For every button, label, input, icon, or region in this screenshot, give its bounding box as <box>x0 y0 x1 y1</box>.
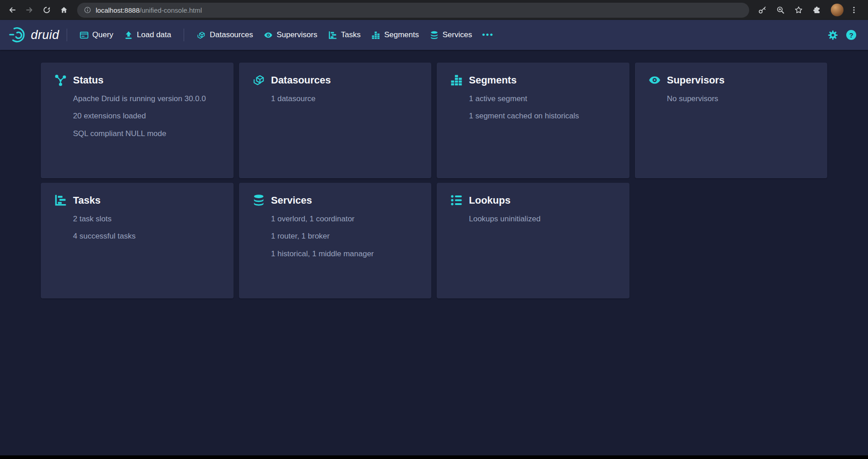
nav-item-label: Segments <box>384 30 419 39</box>
more-dots-icon: ••• <box>482 30 494 39</box>
nav-item-datasources[interactable]: Datasources <box>191 26 258 44</box>
card-line: 1 historical, 1 middle manager <box>271 249 418 259</box>
card-header: Status <box>54 74 220 86</box>
card-line: Apache Druid is running version 30.0.0 <box>73 94 220 103</box>
card-line: SQL compliant NULL mode <box>73 129 220 138</box>
card-title: Segments <box>469 74 517 86</box>
url-host: localhost:8888 <box>96 6 140 14</box>
stacked-bars-icon <box>371 31 380 39</box>
database-icon <box>430 31 439 39</box>
reload-icon <box>43 6 51 14</box>
datasources-card[interactable]: Datasources 1 datasource <box>239 63 432 178</box>
card-header: Lookups <box>450 194 616 206</box>
key-icon <box>758 6 766 14</box>
back-button[interactable] <box>5 2 20 18</box>
card-line: 1 overlord, 1 coordinator <box>271 214 418 224</box>
multi-cube-icon <box>197 31 205 39</box>
forward-button[interactable] <box>22 2 37 18</box>
profile-avatar[interactable] <box>831 4 844 16</box>
nav-item-query[interactable]: Query <box>74 26 119 44</box>
star-icon <box>795 6 803 14</box>
nav-item-label: Datasources <box>210 30 253 39</box>
bookmark-button[interactable] <box>791 2 806 18</box>
navbar-divider <box>67 29 67 41</box>
nav-item-supervisors[interactable]: Supervisors <box>258 26 323 44</box>
nav-item-label: Load data <box>137 30 171 39</box>
zoom-in-icon <box>776 6 785 14</box>
navbar-right-actions: ? <box>828 30 856 40</box>
brand-name: druid <box>31 28 59 42</box>
card-title: Services <box>271 195 312 206</box>
nav-item-load-data[interactable]: Load data <box>119 26 177 44</box>
database-icon <box>253 194 265 206</box>
help-icon: ? <box>849 31 853 39</box>
password-manager-button[interactable] <box>755 2 770 18</box>
card-line: 4 successful tasks <box>73 231 220 241</box>
multi-cube-icon <box>253 74 265 86</box>
nav-item-label: Services <box>443 30 472 39</box>
lookups-card[interactable]: Lookups Lookups uninitialized <box>437 183 629 298</box>
site-info-icon[interactable] <box>84 6 91 14</box>
card-header: Tasks <box>54 194 220 206</box>
nav-item-tasks[interactable]: Tasks <box>323 26 366 44</box>
home-button[interactable] <box>56 2 72 18</box>
zoom-button[interactable] <box>773 2 788 18</box>
nav-item-segments[interactable]: Segments <box>366 26 424 44</box>
card-header: Segments <box>450 74 616 86</box>
druid-spiral-icon <box>8 26 26 44</box>
stacked-bars-icon <box>450 74 463 86</box>
app-navbar: druid Query Load data <box>0 20 868 50</box>
application-icon <box>80 31 88 39</box>
gantt-icon <box>54 194 67 206</box>
card-line: No supervisors <box>667 94 814 103</box>
properties-icon <box>450 194 463 206</box>
supervisors-card[interactable]: Supervisors No supervisors <box>635 63 828 178</box>
browser-menu-button[interactable] <box>846 2 862 18</box>
eye-icon <box>649 74 661 86</box>
puzzle-icon <box>813 6 821 14</box>
services-card[interactable]: Services 1 overlord, 1 coordinator 1 rou… <box>239 183 432 298</box>
card-line: 2 task slots <box>73 214 220 224</box>
settings-button[interactable] <box>828 30 838 40</box>
card-line: Lookups uninitialized <box>469 214 616 224</box>
card-line: 1 active segment <box>469 94 616 103</box>
nav-item-label: Supervisors <box>277 30 317 39</box>
kebab-menu-icon <box>850 6 858 14</box>
card-line: 20 extensions loaded <box>73 111 220 121</box>
card-line: 1 segment cached on historicals <box>469 111 616 121</box>
graph-icon <box>54 74 67 86</box>
url-text: localhost:8888/unified-console.html <box>96 6 202 14</box>
card-line: 1 datasource <box>271 94 418 103</box>
upload-icon <box>124 31 133 39</box>
tasks-card[interactable]: Tasks 2 task slots 4 successful tasks <box>41 183 234 298</box>
card-title: Lookups <box>469 195 511 206</box>
nav-item-services[interactable]: Services <box>424 26 478 44</box>
segments-card[interactable]: Segments 1 active segment 1 segment cach… <box>437 63 629 178</box>
browser-actions <box>755 2 863 18</box>
screen: localhost:8888/unified-console.html <box>0 0 868 459</box>
home-icon <box>60 6 68 14</box>
forward-arrow-icon <box>25 6 34 14</box>
card-title: Supervisors <box>667 74 725 86</box>
card-line: 1 router, 1 broker <box>271 231 418 241</box>
gear-icon <box>828 30 838 40</box>
eye-icon <box>264 31 273 39</box>
bottom-edge <box>0 455 868 459</box>
card-header: Datasources <box>253 74 418 86</box>
gantt-icon <box>328 31 337 39</box>
help-button[interactable]: ? <box>846 30 856 40</box>
status-card[interactable]: Status Apache Druid is running version 3… <box>41 63 234 178</box>
druid-logo[interactable]: druid <box>8 26 59 44</box>
card-header: Supervisors <box>649 74 814 86</box>
card-title: Datasources <box>271 74 331 86</box>
extensions-button[interactable] <box>809 2 824 18</box>
navbar-divider <box>184 29 184 41</box>
nav-more-button[interactable]: ••• <box>478 27 498 43</box>
nav-item-label: Query <box>93 30 113 39</box>
card-title: Tasks <box>73 195 101 206</box>
reload-button[interactable] <box>39 2 54 18</box>
card-header: Services <box>253 194 418 206</box>
url-bar[interactable]: localhost:8888/unified-console.html <box>77 3 749 18</box>
back-arrow-icon <box>8 6 16 14</box>
card-title: Status <box>73 74 103 86</box>
